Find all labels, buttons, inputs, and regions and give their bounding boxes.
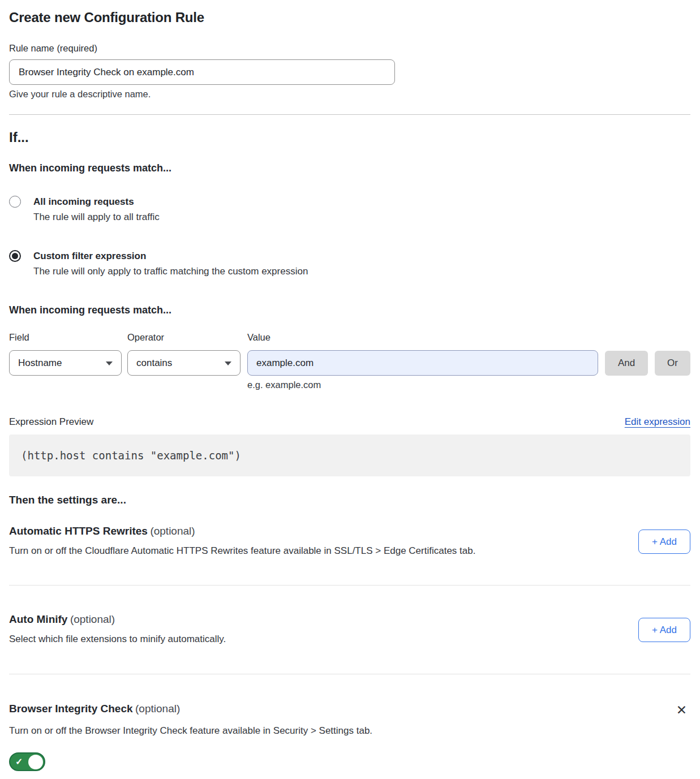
radio-description: The rule will only apply to traffic matc… (33, 265, 690, 277)
toggle-knob (28, 755, 43, 769)
field-select[interactable]: Hostname (9, 350, 122, 376)
radio-button-unselected[interactable] (9, 196, 21, 208)
setting-divider (9, 585, 690, 586)
browser-integrity-check-toggle[interactable]: ✓ (9, 752, 45, 771)
operator-column-label: Operator (127, 332, 247, 343)
expression-builder-row: Hostname contains And Or (9, 350, 690, 376)
setting-name: Automatic HTTPS Rewrites (9, 525, 148, 537)
and-button[interactable]: And (605, 351, 648, 376)
radio-option-all-requests: All incoming requests The rule will appl… (9, 196, 690, 223)
close-icon[interactable]: ✕ (676, 704, 687, 717)
setting-auto-minify: Auto Minify (optional) Select which file… (9, 613, 690, 645)
expression-preview-header: Expression Preview Edit expression (9, 416, 690, 428)
custom-filter-expression-option[interactable]: Custom filter expression (9, 250, 690, 262)
match-heading: When incoming requests match... (9, 162, 690, 174)
radio-label: All incoming requests (33, 196, 134, 208)
setting-title-row: Browser Integrity Check (optional) (9, 703, 372, 715)
rule-name-label: Rule name (required) (9, 43, 690, 54)
page-title: Create new Configuration Rule (9, 0, 690, 25)
setting-browser-integrity-check: Browser Integrity Check (optional) Turn … (9, 703, 690, 771)
setting-text: Automatic HTTPS Rewrites (optional) Turn… (9, 525, 475, 557)
rule-name-help: Give your rule a descriptive name. (9, 89, 690, 100)
setting-text: Browser Integrity Check (optional) Turn … (9, 703, 372, 771)
radio-button-selected[interactable] (9, 250, 21, 262)
create-configuration-rule-form: Create new Configuration Rule Rule name … (0, 0, 700, 771)
setting-optional-tag: (optional) (135, 703, 180, 715)
expression-preview-code: (http.host contains "example.com") (9, 434, 690, 476)
expression-code-text: (http.host contains "example.com") (21, 449, 241, 462)
value-help-text: e.g. example.com (247, 380, 690, 390)
setting-name: Browser Integrity Check (9, 703, 133, 715)
chevron-down-icon (225, 361, 231, 365)
radio-option-custom-filter: Custom filter expression The rule will o… (9, 250, 690, 277)
or-button[interactable]: Or (655, 351, 690, 376)
check-icon: ✓ (15, 758, 23, 767)
field-column-label: Field (9, 332, 127, 343)
value-column-label: Value (247, 332, 270, 343)
setting-name: Auto Minify (9, 613, 67, 625)
edit-expression-link[interactable]: Edit expression (625, 416, 690, 428)
if-heading: If... (9, 129, 690, 145)
setting-divider (9, 674, 690, 674)
setting-description: Select which file extensions to minify a… (9, 633, 226, 645)
all-incoming-requests-option[interactable]: All incoming requests (9, 196, 690, 208)
setting-description: Turn on or off the Cloudflare Automatic … (9, 545, 475, 557)
section-divider (9, 114, 690, 115)
radio-label: Custom filter expression (33, 250, 146, 262)
builder-heading: When incoming requests match... (9, 304, 690, 316)
add-auto-minify-button[interactable]: + Add (638, 618, 690, 642)
add-automatic-https-rewrites-button[interactable]: + Add (638, 530, 690, 554)
setting-optional-tag: (optional) (70, 613, 115, 625)
field-select-value: Hostname (18, 358, 62, 369)
setting-title-row: Auto Minify (optional) (9, 613, 226, 626)
operator-select-value: contains (136, 358, 172, 369)
rule-name-input[interactable] (9, 59, 395, 85)
setting-automatic-https-rewrites: Automatic HTTPS Rewrites (optional) Turn… (9, 525, 690, 557)
setting-text: Auto Minify (optional) Select which file… (9, 613, 226, 645)
expression-preview-label: Expression Preview (9, 416, 93, 428)
chevron-down-icon (106, 361, 113, 365)
then-settings-heading: Then the settings are... (9, 494, 690, 506)
value-input[interactable] (247, 350, 598, 376)
setting-title-row: Automatic HTTPS Rewrites (optional) (9, 525, 475, 537)
setting-description: Turn on or off the Browser Integrity Che… (9, 725, 372, 737)
operator-select[interactable]: contains (127, 350, 241, 376)
setting-optional-tag: (optional) (150, 525, 195, 537)
radio-description: The rule will apply to all traffic (33, 211, 690, 223)
builder-column-labels: Field Operator Value (9, 332, 690, 343)
